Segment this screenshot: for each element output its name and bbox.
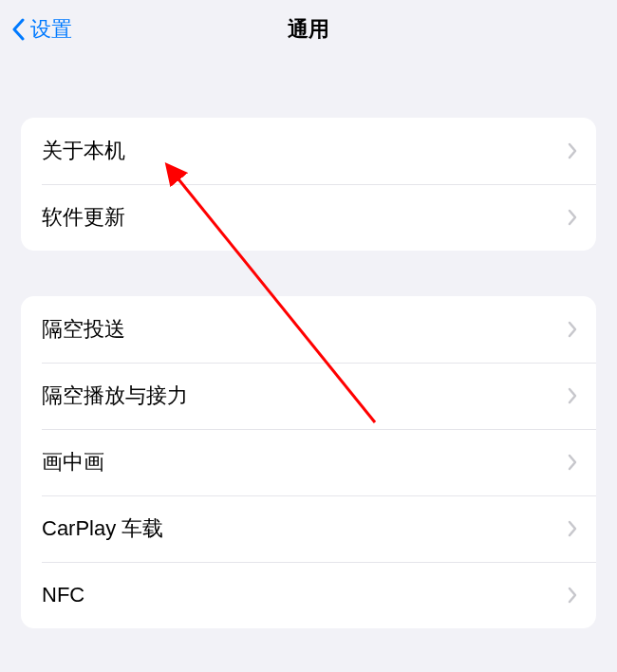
chevron-right-icon [568,520,577,537]
chevron-right-icon [568,454,577,471]
row-pip[interactable]: 画中画 [21,429,596,495]
group-0: 关于本机 软件更新 [21,118,596,251]
back-button[interactable]: 设置 [8,8,76,51]
row-software-update[interactable]: 软件更新 [21,184,596,251]
page-title: 通用 [288,15,329,44]
row-label: NFC [42,583,84,607]
row-label: 关于本机 [42,137,125,165]
content: 关于本机 软件更新 隔空投送 隔空播放与接力 画中画 CarPlay 车载 NF… [0,118,617,628]
row-nfc[interactable]: NFC [21,562,596,628]
chevron-left-icon [11,18,25,41]
row-label: CarPlay 车载 [42,514,163,543]
chevron-right-icon [568,142,577,159]
row-label: 软件更新 [42,203,125,232]
nav-bar: 设置 通用 [0,0,617,59]
row-carplay[interactable]: CarPlay 车载 [21,495,596,562]
row-label: 隔空播放与接力 [42,382,188,410]
row-label: 隔空投送 [42,315,125,344]
row-airplay-handoff[interactable]: 隔空播放与接力 [21,363,596,429]
row-label: 画中画 [42,448,104,476]
back-label: 设置 [30,15,72,44]
row-airdrop[interactable]: 隔空投送 [21,296,596,363]
row-about[interactable]: 关于本机 [21,118,596,184]
chevron-right-icon [568,387,577,404]
group-1: 隔空投送 隔空播放与接力 画中画 CarPlay 车载 NFC [21,296,596,628]
chevron-right-icon [568,321,577,338]
chevron-right-icon [568,587,577,604]
chevron-right-icon [568,209,577,226]
